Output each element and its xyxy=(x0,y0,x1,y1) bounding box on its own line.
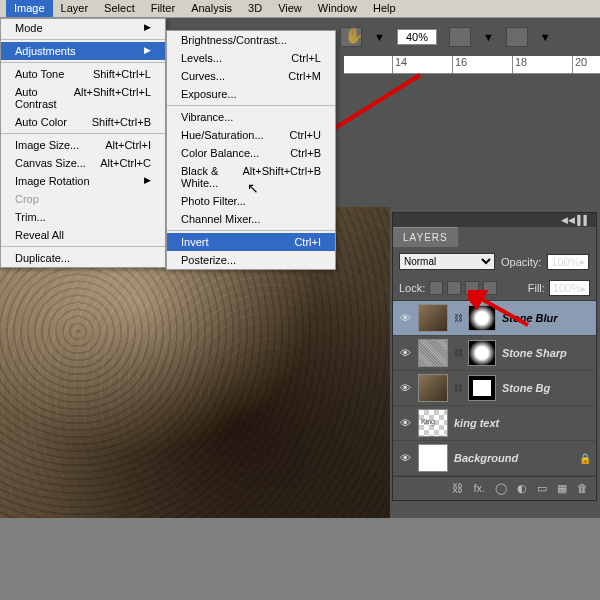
menu-3d[interactable]: 3D xyxy=(240,0,270,17)
opacity-field[interactable]: 100% ▸ xyxy=(547,254,588,270)
menu-exposure[interactable]: Exposure... xyxy=(167,85,335,103)
menu-photo-filter[interactable]: Photo Filter... xyxy=(167,192,335,210)
menu-layer[interactable]: Layer xyxy=(53,0,97,17)
link-icon: ⛓ xyxy=(454,383,462,393)
menu-filter[interactable]: Filter xyxy=(143,0,183,17)
menu-auto-color[interactable]: Auto ColorShift+Ctrl+B xyxy=(1,113,165,131)
menu-auto-tone[interactable]: Auto ToneShift+Ctrl+L xyxy=(1,65,165,83)
lock-brush-icon[interactable] xyxy=(447,281,461,295)
layer-row[interactable]: 👁 Background 🔒 xyxy=(393,441,596,476)
layer-list: 👁 ⛓ Stone Blur 👁 ⛓ Stone Sharp 👁 ⛓ Stone… xyxy=(393,301,596,476)
link-icon: ⛓ xyxy=(454,348,462,358)
menu-vibrance[interactable]: Vibrance... xyxy=(167,108,335,126)
menu-window[interactable]: Window xyxy=(310,0,365,17)
link-icon: ⛓ xyxy=(454,313,462,323)
layer-thumb[interactable] xyxy=(418,339,448,367)
arrange-icon[interactable] xyxy=(506,27,528,47)
layer-name[interactable]: Stone Sharp xyxy=(502,347,567,359)
menu-image-rotation[interactable]: Image Rotation▶ xyxy=(1,172,165,190)
trash-icon[interactable]: 🗑 xyxy=(577,482,588,495)
menu-duplicate[interactable]: Duplicate... xyxy=(1,249,165,267)
menu-color-balance[interactable]: Color Balance...Ctrl+B xyxy=(167,144,335,162)
opacity-label: Opacity: xyxy=(501,256,541,268)
fx-icon[interactable]: fx. xyxy=(473,482,485,495)
layer-name[interactable]: Stone Bg xyxy=(502,382,550,394)
menu-invert[interactable]: InvertCtrl+I xyxy=(167,233,335,251)
image-dropdown: Mode▶ Adjustments▶ Auto ToneShift+Ctrl+L… xyxy=(0,18,166,268)
visibility-icon[interactable]: 👁 xyxy=(398,381,412,395)
menu-brightness[interactable]: Brightness/Contrast... xyxy=(167,31,335,49)
group-icon[interactable]: ▭ xyxy=(537,482,547,495)
menubar: Image Layer Select Filter Analysis 3D Vi… xyxy=(0,0,600,18)
layer-row[interactable]: 👁 ⛓ Stone Sharp xyxy=(393,336,596,371)
layer-mask[interactable] xyxy=(468,375,496,401)
menu-image[interactable]: Image xyxy=(6,0,53,17)
blend-mode-select[interactable]: Normal xyxy=(399,253,495,270)
visibility-icon[interactable]: 👁 xyxy=(398,416,412,430)
visibility-icon[interactable]: 👁 xyxy=(398,346,412,360)
lock-all-icon[interactable] xyxy=(483,281,497,295)
menu-black-white[interactable]: Black & White...Alt+Shift+Ctrl+B xyxy=(167,162,335,192)
layer-name[interactable]: Background xyxy=(454,452,518,464)
layer-row[interactable]: 👁 ⛓ Stone Bg xyxy=(393,371,596,406)
layer-thumb[interactable] xyxy=(418,444,448,472)
menu-select[interactable]: Select xyxy=(96,0,143,17)
screen-mode-icon[interactable] xyxy=(449,27,471,47)
workspace-bg xyxy=(0,518,600,600)
layer-thumb[interactable] xyxy=(418,409,448,437)
panel-footer: ⛓ fx. ◯ ◐ ▭ ▦ 🗑 xyxy=(393,476,596,500)
lock-move-icon[interactable] xyxy=(465,281,479,295)
menu-reveal-all[interactable]: Reveal All xyxy=(1,226,165,244)
adjustments-submenu: Brightness/Contrast... Levels...Ctrl+L C… xyxy=(166,30,336,270)
layer-row[interactable]: 👁 king text xyxy=(393,406,596,441)
new-layer-icon[interactable]: ▦ xyxy=(557,482,567,495)
zoom-field[interactable]: 40% xyxy=(397,29,437,45)
layer-row[interactable]: 👁 ⛓ Stone Blur xyxy=(393,301,596,336)
menu-auto-contrast[interactable]: Auto ContrastAlt+Shift+Ctrl+L xyxy=(1,83,165,113)
panel-collapse-icon[interactable]: ◀◀ ▌▌ xyxy=(393,213,596,227)
menu-trim[interactable]: Trim... xyxy=(1,208,165,226)
menu-channel-mixer[interactable]: Channel Mixer... xyxy=(167,210,335,228)
lock-label: Lock: xyxy=(399,282,425,294)
layers-tab[interactable]: LAYERS xyxy=(393,227,458,247)
layers-panel: ◀◀ ▌▌ LAYERS Normal Opacity: 100% ▸ Lock… xyxy=(392,212,597,501)
lock-transparency-icon[interactable] xyxy=(429,281,443,295)
menu-mode[interactable]: Mode▶ xyxy=(1,19,165,37)
menu-posterize[interactable]: Posterize... xyxy=(167,251,335,269)
menu-analysis[interactable]: Analysis xyxy=(183,0,240,17)
link-layers-icon[interactable]: ⛓ xyxy=(452,482,463,495)
menu-canvas-size[interactable]: Canvas Size...Alt+Ctrl+C xyxy=(1,154,165,172)
menu-levels[interactable]: Levels...Ctrl+L xyxy=(167,49,335,67)
menu-hue[interactable]: Hue/Saturation...Ctrl+U xyxy=(167,126,335,144)
visibility-icon[interactable]: 👁 xyxy=(398,451,412,465)
layer-thumb[interactable] xyxy=(418,374,448,402)
menu-view[interactable]: View xyxy=(270,0,310,17)
menu-image-size[interactable]: Image Size...Alt+Ctrl+I xyxy=(1,136,165,154)
menu-crop: Crop xyxy=(1,190,165,208)
layer-name[interactable]: king text xyxy=(454,417,499,429)
visibility-icon[interactable]: 👁 xyxy=(398,311,412,325)
hand-icon xyxy=(344,26,366,48)
layer-thumb[interactable] xyxy=(418,304,448,332)
ruler-horizontal: 14 16 18 20 xyxy=(344,56,600,74)
mask-icon[interactable]: ◯ xyxy=(495,482,507,495)
menu-adjustments[interactable]: Adjustments▶ xyxy=(1,42,165,60)
lock-icon: 🔒 xyxy=(579,453,591,464)
fill-label: Fill: xyxy=(528,282,545,294)
layer-name[interactable]: Stone Blur xyxy=(502,312,558,324)
layer-mask[interactable] xyxy=(468,305,496,331)
adjustment-icon[interactable]: ◐ xyxy=(517,482,527,495)
menu-help[interactable]: Help xyxy=(365,0,404,17)
menu-curves[interactable]: Curves...Ctrl+M xyxy=(167,67,335,85)
fill-field[interactable]: 100% ▸ xyxy=(549,280,590,296)
layer-mask[interactable] xyxy=(468,340,496,366)
